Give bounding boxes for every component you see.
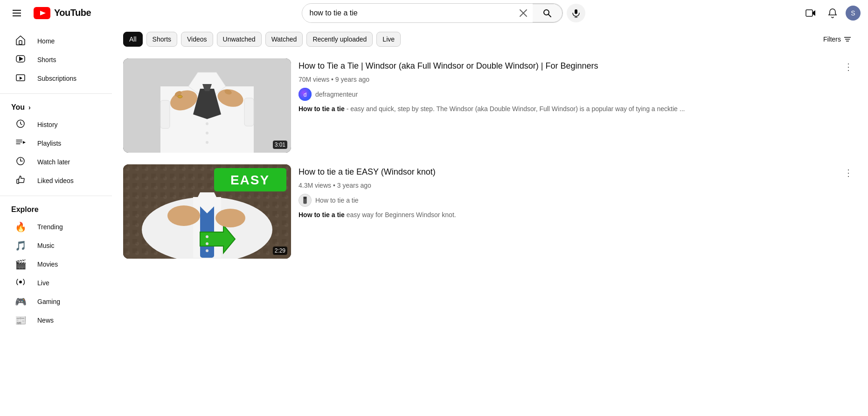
liked-videos-icon bbox=[15, 175, 26, 187]
svg-text:EASY: EASY bbox=[230, 173, 270, 187]
bell-icon bbox=[827, 8, 838, 18]
video-title-1[interactable]: How to Tie a Tie | Windsor (aka Full Win… bbox=[299, 60, 857, 72]
you-section[interactable]: You › bbox=[0, 99, 112, 115]
search-input[interactable] bbox=[302, 4, 514, 22]
filters-button[interactable]: Filters bbox=[818, 32, 857, 47]
svg-point-39 bbox=[206, 122, 208, 125]
shorts-icon bbox=[15, 54, 26, 66]
header-center bbox=[123, 3, 764, 23]
sidebar-item-playlists[interactable]: Playlists bbox=[4, 134, 108, 153]
header-left: YouTube bbox=[7, 4, 119, 22]
video-item-1: 3:01 How to Tie a Tie | Windsor (aka Ful… bbox=[123, 53, 857, 159]
sidebar-item-shorts[interactable]: Shorts bbox=[4, 50, 108, 69]
sidebar-liked-videos-label: Liked videos bbox=[37, 177, 74, 184]
more-options-button-1[interactable]: ⋮ bbox=[840, 58, 857, 75]
channel-name-1[interactable]: defragmenteur bbox=[315, 91, 358, 98]
avatar[interactable]: S bbox=[846, 6, 861, 21]
movies-icon: 🎬 bbox=[15, 259, 26, 265]
search-icon bbox=[542, 8, 552, 18]
filter-chip-live[interactable]: Live bbox=[376, 32, 401, 47]
sidebar-subscriptions-label: Subscriptions bbox=[37, 75, 76, 82]
svg-text:d: d bbox=[304, 92, 307, 98]
music-icon: 🎵 bbox=[15, 240, 26, 251]
sidebar-movies-label: Movies bbox=[37, 261, 58, 265]
sidebar-item-history[interactable]: History bbox=[4, 115, 108, 134]
filter-chip-shorts[interactable]: Shorts bbox=[146, 32, 177, 47]
youtube-logo[interactable]: YouTube bbox=[34, 7, 91, 19]
voice-search-button[interactable] bbox=[567, 4, 585, 22]
filter-chip-recently-uploaded[interactable]: Recently uploaded bbox=[306, 32, 373, 47]
video-title-2[interactable]: How to tie a tie EASY (Windsor knot) bbox=[299, 166, 857, 178]
trending-icon: 🔥 bbox=[15, 221, 26, 233]
svg-rect-42 bbox=[160, 100, 170, 128]
svg-marker-13 bbox=[812, 10, 815, 16]
sidebar-history-label: History bbox=[37, 121, 58, 128]
search-submit-button[interactable] bbox=[533, 4, 562, 22]
video-thumbnail-2[interactable]: EASY 2:29 bbox=[123, 164, 291, 259]
sidebar-playlists-label: Playlists bbox=[37, 140, 61, 147]
sidebar-item-home[interactable]: Home bbox=[4, 32, 108, 50]
svg-point-63 bbox=[206, 249, 208, 252]
filter-chip-all[interactable]: All bbox=[123, 32, 143, 47]
you-chevron-icon: › bbox=[28, 104, 31, 111]
video-meta-2: 4.3M views • 3 years ago bbox=[299, 182, 857, 189]
video-info-2: How to tie a tie EASY (Windsor knot) 4.3… bbox=[299, 164, 857, 259]
sidebar-home-label: Home bbox=[37, 37, 55, 45]
hamburger-button[interactable] bbox=[7, 4, 26, 22]
filter-chip-unwatched[interactable]: Unwatched bbox=[217, 32, 262, 47]
svg-point-38 bbox=[178, 95, 182, 98]
video-duration-2: 2:29 bbox=[273, 247, 287, 255]
sidebar-item-subscriptions[interactable]: Subscriptions bbox=[4, 69, 108, 88]
sidebar-divider-2 bbox=[0, 196, 112, 196]
sidebar-item-trending[interactable]: 🔥 Trending bbox=[4, 218, 108, 236]
channel-name-2[interactable]: How to tie a tie bbox=[315, 197, 359, 204]
sidebar: Home Shorts Subscriptions You › bbox=[0, 26, 112, 265]
svg-rect-43 bbox=[244, 98, 254, 126]
search-clear-button[interactable] bbox=[514, 4, 533, 22]
create-button[interactable] bbox=[801, 4, 819, 22]
more-options-button-2[interactable]: ⋮ bbox=[840, 164, 857, 181]
notifications-button[interactable] bbox=[823, 4, 842, 22]
header: YouTube bbox=[0, 0, 868, 26]
main-content: All Shorts Videos Unwatched Watched Rece… bbox=[112, 26, 868, 265]
sidebar-divider-1 bbox=[0, 93, 112, 94]
filters-icon bbox=[844, 35, 851, 43]
home-icon bbox=[15, 35, 26, 48]
explore-section: Explore bbox=[0, 202, 112, 218]
video-thumbnail-1[interactable]: 3:01 bbox=[123, 58, 291, 153]
filter-chip-videos[interactable]: Videos bbox=[181, 32, 213, 47]
channel-avatar-1[interactable]: d bbox=[299, 88, 312, 101]
sidebar-watch-later-label: Watch later bbox=[37, 158, 70, 166]
thumbnail-image-2: EASY bbox=[123, 164, 291, 259]
sidebar-shorts-label: Shorts bbox=[37, 56, 56, 63]
close-icon bbox=[519, 9, 528, 17]
channel-avatar-2[interactable] bbox=[299, 194, 312, 207]
svg-point-61 bbox=[206, 235, 208, 238]
channel-avatar-icon-2 bbox=[299, 194, 311, 207]
youtube-logo-icon bbox=[34, 7, 50, 19]
filter-bar: All Shorts Videos Unwatched Watched Rece… bbox=[112, 26, 868, 53]
sidebar-item-liked-videos[interactable]: Liked videos bbox=[4, 171, 108, 190]
search-container bbox=[302, 3, 563, 23]
svg-rect-9 bbox=[575, 9, 577, 14]
sidebar-music-label: Music bbox=[37, 242, 55, 249]
filter-chip-watched[interactable]: Watched bbox=[265, 32, 303, 47]
channel-row-2: How to tie a tie bbox=[299, 194, 857, 207]
microphone-icon bbox=[571, 8, 581, 18]
thumbnail-image-1 bbox=[123, 58, 291, 153]
video-meta-1: 70M views • 9 years ago bbox=[299, 76, 857, 83]
svg-point-56 bbox=[167, 205, 200, 226]
sidebar-item-music[interactable]: 🎵 Music bbox=[4, 236, 108, 255]
subscriptions-icon bbox=[15, 72, 26, 85]
video-item-2: EASY 2:29 How to tie a tie EASY (Windsor… bbox=[123, 159, 857, 265]
playlists-icon bbox=[15, 137, 26, 150]
history-icon bbox=[15, 119, 26, 131]
video-desc-1: How to tie a tie - easy and quick, step … bbox=[299, 105, 857, 114]
sidebar-item-movies[interactable]: 🎬 Movies bbox=[4, 255, 108, 265]
svg-line-8 bbox=[549, 14, 551, 17]
video-list: 3:01 How to Tie a Tie | Windsor (aka Ful… bbox=[112, 53, 868, 265]
sidebar-item-watch-later[interactable]: Watch later bbox=[4, 153, 108, 171]
watch-later-icon bbox=[15, 156, 26, 169]
video-info-1: How to Tie a Tie | Windsor (aka Full Win… bbox=[299, 58, 857, 153]
create-icon bbox=[805, 8, 815, 18]
